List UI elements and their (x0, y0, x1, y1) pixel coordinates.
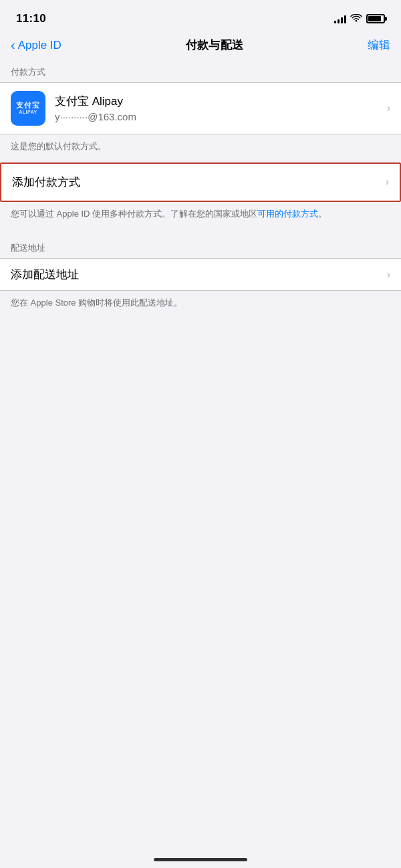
status-bar: 11:10 (0, 0, 401, 33)
add-payment-chevron-icon: › (386, 176, 389, 188)
nav-bar: ‹ Apple ID 付款与配送 编辑 (0, 33, 401, 61)
shipping-section: 添加配送地址 › (0, 258, 401, 291)
alipay-info: 支付宝 Alipay y··········@163.com (55, 94, 382, 122)
page-title: 付款与配送 (186, 37, 243, 53)
alipay-logo: 支付宝 ALIPAY (11, 91, 45, 126)
add-payment-row[interactable]: 添加付款方式 › (1, 164, 400, 201)
back-chevron-icon: ‹ (11, 38, 15, 51)
payment-description-end: 。 (318, 209, 327, 219)
edit-button[interactable]: 编辑 (368, 37, 390, 53)
signal-icon (334, 14, 346, 23)
payment-methods-section: 支付宝 ALIPAY 支付宝 Alipay y··········@163.co… (0, 82, 401, 134)
add-payment-label: 添加付款方式 (12, 175, 380, 190)
available-methods-link[interactable]: 可用的付款方式 (257, 209, 318, 219)
add-shipping-row[interactable]: 添加配送地址 › (0, 259, 401, 290)
alipay-row[interactable]: 支付宝 ALIPAY 支付宝 Alipay y··········@163.co… (0, 83, 401, 134)
add-shipping-chevron-icon: › (387, 269, 390, 281)
shipping-section-label: 配送地址 (0, 230, 401, 258)
alipay-name: 支付宝 Alipay (55, 94, 382, 109)
payment-description-text: 您可以通过 Apple ID 使用多种付款方式。了解在您的国家或地区 (11, 209, 257, 219)
alipay-email: y··········@163.com (55, 111, 382, 122)
payment-section-label: 付款方式 (0, 61, 401, 82)
back-label: Apple ID (18, 39, 61, 52)
back-button[interactable]: ‹ Apple ID (11, 39, 61, 52)
status-icons (334, 14, 385, 23)
alipay-en-text: ALIPAY (19, 110, 37, 115)
status-time: 11:10 (16, 12, 46, 25)
alipay-chevron-icon: › (387, 102, 390, 114)
default-payment-note: 这是您的默认付款方式。 (0, 134, 401, 162)
alipay-zh-text: 支付宝 (16, 101, 40, 110)
battery-icon (366, 14, 385, 23)
wifi-icon (350, 14, 362, 23)
home-indicator (154, 858, 247, 861)
payment-description: 您可以通过 Apple ID 使用多种付款方式。了解在您的国家或地区可用的付款方… (0, 202, 401, 231)
shipping-note: 您在 Apple Store 购物时将使用此配送地址。 (0, 291, 401, 319)
add-shipping-label: 添加配送地址 (11, 267, 382, 282)
add-payment-container: 添加付款方式 › (0, 162, 401, 202)
